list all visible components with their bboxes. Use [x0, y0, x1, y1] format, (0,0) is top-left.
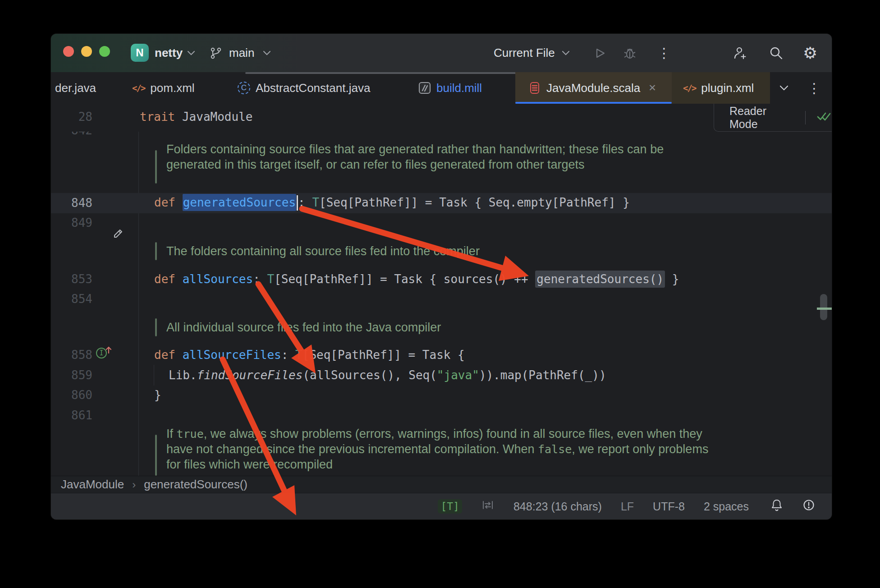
gear-glyph: ⚙: [803, 44, 817, 63]
tab-label: der.java: [55, 81, 96, 95]
xml-file-icon: </>: [132, 83, 145, 93]
inspections-ok-icon[interactable]: [816, 111, 832, 124]
keyword-def: def: [154, 348, 175, 362]
search-icon[interactable]: [769, 34, 784, 72]
code-text: }: [665, 272, 679, 286]
sticky-declaration: trait JavaModule: [140, 110, 252, 124]
close-glyph: ✕: [648, 83, 656, 93]
code-text: :: [253, 272, 267, 286]
line-number: 848: [51, 196, 92, 210]
doc-line-clipped: for files which were recompiled: [51, 455, 832, 474]
tab-plugin-xml[interactable]: </> plugin.xml: [672, 72, 770, 104]
tab-partial[interactable]: der.java: [51, 72, 123, 104]
keyword-def: def: [154, 272, 175, 286]
abstract-class-icon: C: [238, 82, 250, 94]
code-line-849: 849: [51, 213, 832, 233]
line-number: 860: [51, 388, 92, 402]
problems-icon[interactable]: [802, 498, 816, 514]
type-info-badge[interactable]: [T]: [438, 499, 462, 514]
code-editor[interactable]: 842 Folders containing source files that…: [51, 132, 832, 476]
editor-tab-bar: der.java </> pom.xml C AbstractConstant.…: [51, 72, 832, 104]
code-line-848: 848 def generatedSources: T[Seq[PathRef]…: [51, 193, 832, 213]
scala-file-icon: [528, 82, 541, 94]
implements-gutter-icon[interactable]: I: [96, 347, 113, 360]
run-button[interactable]: [593, 34, 606, 72]
method-name: allSourceFiles: [183, 348, 281, 362]
title-bar: N netty main Current File: [51, 34, 832, 72]
indent-widget[interactable]: 2 spaces: [704, 500, 749, 513]
doc-inline-code: true: [177, 427, 204, 441]
encoding-widget[interactable]: UTF-8: [653, 500, 685, 513]
branch-name: main: [229, 46, 254, 60]
breadcrumb-item-member[interactable]: generatedSources(): [144, 478, 248, 492]
line-number: 859: [51, 368, 92, 382]
settings-gear-icon[interactable]: ⚙: [803, 34, 817, 72]
project-chevron-down-icon[interactable]: [187, 34, 195, 72]
doc-text: The folders containing all source files …: [166, 244, 480, 258]
doc-text: have not changed since the previous incr…: [166, 442, 538, 456]
keyword-trait: trait: [140, 110, 175, 124]
reader-mode-button[interactable]: Reader Mode: [729, 105, 795, 131]
project-selector[interactable]: netty: [155, 34, 183, 72]
string-literal: "java": [437, 368, 479, 382]
doc-text: All individual source files fed into the…: [166, 321, 441, 335]
scrollbar-caret-marker: [817, 308, 832, 310]
code-text: }: [154, 388, 161, 402]
static-method-name: findSourceFiles: [197, 368, 303, 382]
code-text: [Seq[PathRef]] = Task {: [302, 348, 465, 362]
xml-glyph: </>: [132, 83, 145, 93]
code-text: [Seq[PathRef]] = Task { Seq.empty[PathRe…: [319, 196, 630, 209]
kebab-glyph: ⋮: [657, 45, 671, 61]
tab-build-mill[interactable]: build.mill: [418, 72, 495, 104]
edit-doc-pencil-icon[interactable]: [113, 227, 124, 241]
swap-arrows-icon[interactable]: [481, 498, 495, 514]
trait-name: JavaModule: [182, 110, 253, 124]
line-number: 849: [51, 216, 92, 230]
code-text: )).map(PathRef(_)): [479, 368, 606, 382]
branch-chevron-down-icon[interactable]: [263, 34, 271, 72]
tab-pom-xml[interactable]: </> pom.xml: [132, 72, 218, 104]
panel-divider: [805, 111, 806, 124]
tab-label: JavaModule.scala: [546, 81, 640, 95]
tab-list-chevron-down-icon[interactable]: [779, 72, 798, 104]
code-line-854: 854: [51, 289, 832, 309]
breadcrumb-item-class[interactable]: JavaModule: [61, 478, 124, 492]
caret-position-widget[interactable]: 848:23 (16 chars): [513, 500, 602, 513]
abstract-class-letter: C: [241, 83, 247, 92]
zoom-window-button[interactable]: [99, 46, 110, 57]
doc-text: If: [166, 427, 177, 441]
tab-abstract-constant[interactable]: C AbstractConstant.java: [238, 72, 386, 104]
line-number: 861: [51, 409, 92, 422]
editor-scrollbar-thumb[interactable]: [820, 294, 827, 320]
close-tab-icon[interactable]: ✕: [648, 83, 656, 93]
tab-java-module-active[interactable]: JavaModule.scala ✕: [515, 72, 672, 104]
close-window-button[interactable]: [63, 46, 74, 57]
tab-options-kebab-icon[interactable]: ⋮: [807, 72, 825, 104]
line-number: 858: [51, 348, 92, 362]
type-token: T: [267, 272, 274, 286]
line-number: 842: [51, 132, 92, 137]
run-config-chevron-down-icon[interactable]: [562, 34, 570, 72]
debug-button[interactable]: [623, 34, 637, 72]
branch-selector[interactable]: main: [229, 34, 254, 72]
notifications-bell-icon[interactable]: [770, 498, 783, 514]
breadcrumb: JavaModule › generatedSources(): [51, 476, 832, 493]
code-line-859: 859 Lib.findSourceFiles(allSources(), Se…: [51, 365, 832, 385]
code-line-858: 858 def allSourceFiles: T[Seq[PathRef]] …: [51, 345, 832, 365]
type-token: T: [312, 196, 319, 209]
add-user-icon[interactable]: [733, 34, 748, 72]
code-text: :: [281, 348, 295, 362]
git-branch-icon[interactable]: [210, 34, 222, 72]
minimize-window-button[interactable]: [81, 46, 92, 57]
line-separator-widget[interactable]: LF: [621, 500, 634, 513]
status-bar: [T] 848:23 (16 chars) LF UTF-8 2 spaces: [51, 493, 832, 519]
run-configuration-selector[interactable]: Current File: [494, 34, 555, 72]
doc-line: The folders containing all source files …: [51, 241, 832, 261]
doc-text: generated in this target itself, or can …: [166, 158, 585, 172]
keyword-def: def: [154, 196, 175, 209]
more-actions-kebab-icon[interactable]: ⋮: [657, 34, 671, 72]
kebab-glyph: ⋮: [807, 80, 821, 96]
code-text: :: [298, 196, 312, 209]
mill-file-icon: [418, 82, 431, 94]
code-text: (allSources(), Seq(: [302, 368, 436, 382]
